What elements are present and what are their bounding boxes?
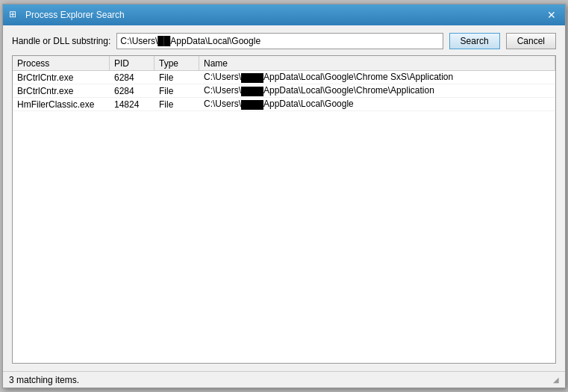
cell-pid: 6284 <box>110 71 155 84</box>
title-bar: ⊞ Process Explorer Search ✕ <box>3 4 565 25</box>
table-header: Process PID Type Name <box>13 56 555 71</box>
column-header-name[interactable]: Name <box>199 56 555 70</box>
search-input[interactable] <box>116 33 443 49</box>
cell-process: BrCtrlCntr.exe <box>13 71 110 84</box>
search-row: Handle or DLL substring: Search Cancel <box>12 33 556 49</box>
cell-process: BrCtrlCntr.exe <box>13 84 110 97</box>
cell-process: HmFilerClassic.exe <box>13 98 110 111</box>
results-body: BrCtrlCntr.exe 6284 File C:\Users\ AppDa… <box>13 71 555 363</box>
cell-pid: 14824 <box>110 98 155 111</box>
window-title: Process Explorer Search <box>25 10 125 20</box>
redacted-username <box>241 73 263 83</box>
search-label: Handle or DLL substring: <box>12 36 110 46</box>
status-bar: 3 matching items. ◢ <box>3 371 565 388</box>
cell-name: C:\Users\ AppData\Local\Google\Chrome Sx… <box>199 71 555 84</box>
column-header-type[interactable]: Type <box>155 56 199 70</box>
cell-pid: 6284 <box>110 84 155 97</box>
cell-name: C:\Users\ AppData\Local\Google <box>199 98 555 111</box>
redacted-username <box>241 87 263 96</box>
column-header-pid[interactable]: PID <box>110 56 155 70</box>
search-button[interactable]: Search <box>449 33 500 49</box>
cell-type: File <box>155 71 199 84</box>
column-header-process[interactable]: Process <box>13 56 110 70</box>
close-button[interactable]: ✕ <box>544 7 559 22</box>
table-row[interactable]: HmFilerClassic.exe 14824 File C:\Users\ … <box>13 98 555 111</box>
table-row[interactable]: BrCtrlCntr.exe 6284 File C:\Users\ AppDa… <box>13 84 555 98</box>
redacted-username <box>241 100 263 110</box>
app-icon: ⊞ <box>9 9 21 21</box>
cell-name: C:\Users\ AppData\Local\Google\Chrome\Ap… <box>199 84 555 97</box>
content-area: Handle or DLL substring: Search Cancel P… <box>3 25 565 371</box>
main-window: ⊞ Process Explorer Search ✕ Handle or DL… <box>2 4 566 388</box>
cell-type: File <box>155 98 199 111</box>
resize-handle: ◢ <box>553 376 559 384</box>
cell-type: File <box>155 84 199 97</box>
cancel-button[interactable]: Cancel <box>506 33 556 49</box>
title-bar-left: ⊞ Process Explorer Search <box>9 9 125 21</box>
table-row[interactable]: BrCtrlCntr.exe 6284 File C:\Users\ AppDa… <box>13 71 555 84</box>
status-text: 3 matching items. <box>9 375 79 385</box>
results-container: Process PID Type Name BrCtrlCntr.exe <box>12 55 556 364</box>
